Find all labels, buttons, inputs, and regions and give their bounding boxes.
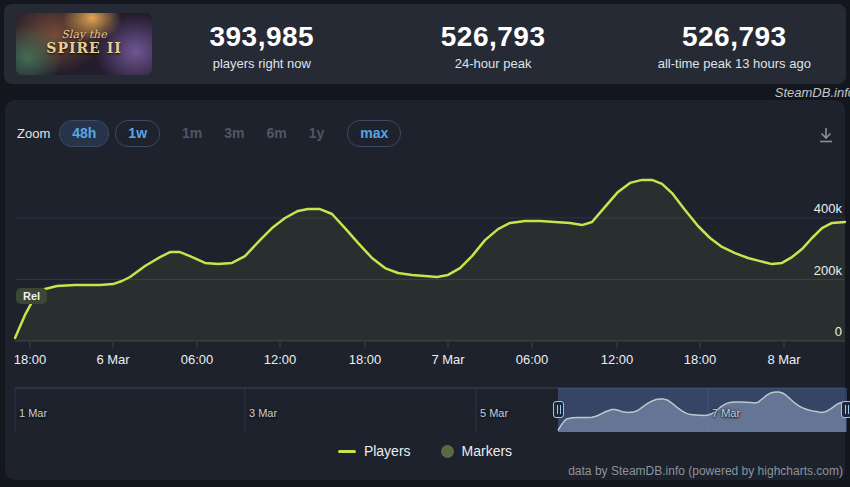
chart-plot-area[interactable]: [15, 160, 845, 341]
x-axis-label: 8 Mar: [749, 352, 819, 367]
x-axis-label: 06:00: [162, 352, 232, 367]
y-axis-label: 0: [782, 324, 842, 339]
x-axis-label: 6 Mar: [78, 352, 148, 367]
x-axis-label: 18:00: [0, 352, 65, 367]
x-axis-label: 7 Mar: [413, 352, 483, 367]
x-axis-label: 12:00: [245, 352, 315, 367]
credits-text: data by SteamDB.info (powered by highcha…: [568, 464, 843, 478]
chart-legend: Players Markers: [0, 440, 850, 462]
x-axis-label: 18:00: [330, 352, 400, 367]
navigator-date-label: 5 Mar: [480, 407, 508, 419]
x-axis-label: 18:00: [665, 352, 735, 367]
release-marker-flag[interactable]: Rel: [16, 288, 47, 304]
y-axis-label: 400k: [782, 201, 842, 216]
x-axis-label: 06:00: [497, 352, 567, 367]
navigator-right-handle[interactable]: [841, 401, 850, 418]
navigator-left-handle[interactable]: [553, 401, 564, 418]
navigator-date-label: 1 Mar: [19, 407, 47, 419]
navigator-date-label: 7 Mar: [712, 407, 740, 419]
navigator-selected-range[interactable]: [558, 388, 847, 432]
navigator-date-label: 3 Mar: [249, 407, 277, 419]
steamdb-app-page: Slay the SPIRE II 393,985 players right …: [0, 0, 850, 487]
y-axis-label: 200k: [782, 263, 842, 278]
legend-item-players[interactable]: Players: [338, 443, 411, 459]
x-axis-label: 12:00: [582, 352, 652, 367]
players-line-icon: [338, 450, 356, 453]
legend-item-markers[interactable]: Markers: [441, 443, 513, 459]
markers-circle-icon: [441, 445, 454, 458]
